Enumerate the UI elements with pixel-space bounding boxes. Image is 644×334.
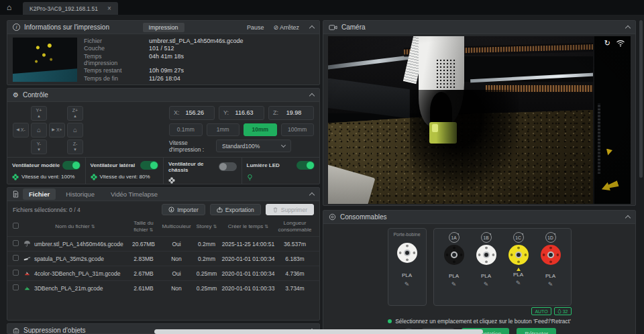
right-column: Caméra — [323, 20, 636, 334]
camera-icon — [329, 24, 337, 31]
file-thumbnail — [23, 270, 31, 276]
vertical-scrollbar[interactable] — [639, 20, 643, 178]
export-button[interactable]: Exportation — [210, 204, 261, 215]
column-created[interactable]: Créer le temps ⇅ — [221, 223, 276, 230]
file-name: umbrer.stl_PLA_14h50m46s.gcode — [34, 241, 123, 247]
printer-tab[interactable]: K2Pro-3AC9_192.168.1.51 × — [23, 2, 118, 15]
tab-historique[interactable]: Historique — [60, 188, 101, 200]
arrow-left-icon: ◀ — [16, 127, 19, 132]
tab-fichier[interactable]: Fichier — [23, 188, 56, 200]
side-fan-toggle[interactable] — [140, 161, 158, 170]
file-name: 4color-3DBench_PLA_31m.gcode — [34, 270, 121, 277]
table-row[interactable]: 3DBench_PLA_21m.gcode 2.61MB Non 0.25mm … — [7, 280, 319, 295]
collapse-camera-icon[interactable] — [625, 25, 631, 31]
slot-refresh-icon[interactable]: 1D — [545, 232, 556, 243]
slot-refresh-icon[interactable]: 1B — [481, 232, 492, 243]
model-fan-toggle[interactable] — [62, 161, 80, 170]
edit-pencil-icon[interactable]: ✎ — [451, 281, 457, 288]
jog-z-minus-button[interactable]: Z-▼ — [67, 140, 83, 154]
column-name[interactable]: Nom du fichier ⇅ — [23, 223, 127, 230]
row-checkbox[interactable] — [13, 270, 19, 276]
row-checkbox[interactable] — [13, 255, 19, 261]
home-icon: ⌂ — [73, 126, 77, 133]
step-size-group: 0.1mm 1mm 10mm 100mm — [169, 123, 314, 136]
jog-z-plus-button[interactable]: Z+▲ — [67, 106, 83, 121]
object-removal-icon — [13, 327, 19, 334]
file-length: 6.183m — [276, 256, 314, 262]
active-slot-marker — [517, 266, 521, 271]
filament-slot-1B[interactable]: 1B PLA ✎ — [474, 232, 498, 301]
chassis-fan-toggle[interactable] — [219, 162, 237, 171]
column-size[interactable]: Taille du fichier ⇅ — [127, 220, 160, 233]
camera-stream[interactable]: ↻ — [328, 36, 631, 204]
import-button[interactable]: Importer — [162, 204, 205, 215]
jog-y-minus-button[interactable]: Y-▼ — [31, 140, 47, 154]
print-info-panel: i Informations sur l'impression Impressi… — [7, 20, 320, 85]
home-icon[interactable]: ⌂ — [7, 3, 11, 12]
print-preview-bed — [13, 68, 77, 82]
arrow-up-icon: ▲ — [73, 114, 77, 119]
table-row[interactable]: 4color-3DBench_PLA_31m.gcode 2.67MB Oui … — [7, 266, 319, 280]
sort-icon: ⇅ — [264, 224, 268, 229]
file-name: spatula_PLA_35m2s.gcode — [34, 256, 104, 262]
horizontal-scrollbar[interactable] — [154, 329, 483, 334]
spool-holder-material: PLA — [402, 272, 412, 278]
main-area: i Informations sur l'impression Impressi… — [0, 15, 644, 334]
step-0.1mm-button[interactable]: 0.1mm — [169, 123, 203, 136]
refresh-stream-icon[interactable]: ↻ — [604, 40, 610, 47]
humidity-badge: 32 — [554, 307, 572, 315]
row-checkbox[interactable] — [13, 240, 19, 246]
arrow-right-icon: ▶ — [52, 127, 55, 132]
field-label: Temps d'impression — [84, 53, 124, 67]
home-z-button[interactable]: ⌂ — [67, 123, 83, 137]
filament-slot-1D[interactable]: 1D PLA ✎ — [539, 232, 563, 301]
jog-x-minus-button[interactable]: ◀X- — [13, 123, 29, 137]
column-storey[interactable]: Storey ⇅ — [193, 223, 221, 230]
spool-hub — [515, 252, 522, 258]
filament-slot-1A[interactable]: 1A PLA ✎ — [442, 232, 466, 301]
table-row[interactable]: umbrer.stl_PLA_14h50m46s.gcode 20.67MB O… — [7, 236, 319, 251]
file-size: 20.67MB — [127, 241, 160, 247]
auto-badge: AUTO — [531, 307, 551, 315]
slot-hint-text: Sélectionnez un emplacement et cliquez s… — [395, 318, 571, 325]
edit-pencil-icon[interactable]: ✎ — [484, 281, 489, 288]
y-position: Y:116.63 — [219, 106, 264, 120]
table-row[interactable]: spatula_PLA_35m2s.gcode 2.83MB Non 0.2mm… — [7, 251, 319, 266]
jog-x-plus-button[interactable]: ▶X+ — [49, 123, 65, 137]
collapse-print-info-icon[interactable] — [309, 25, 315, 31]
step-10mm-button[interactable]: 10mm — [244, 123, 277, 136]
spool-holder-box[interactable]: Porte-bobine PLA ✎ — [388, 228, 427, 306]
edit-pencil-icon[interactable]: ✎ — [405, 281, 410, 288]
print-speed-select[interactable]: Standard100% — [216, 140, 291, 152]
select-all-checkbox[interactable] — [13, 223, 19, 229]
camera-title: Caméra — [341, 23, 366, 31]
slot-material: PLA — [513, 272, 523, 278]
delete-button[interactable]: Supprimer — [266, 204, 314, 215]
file-thumbnail — [23, 285, 31, 291]
file-storey: 0.2mm — [193, 241, 221, 247]
edit-pencil-icon[interactable]: ✎ — [548, 281, 553, 288]
print-info-title: Informations sur l'impression — [24, 23, 109, 31]
retract-button[interactable]: Rétracter — [517, 328, 556, 334]
led-light-toggle[interactable] — [297, 161, 315, 170]
side-fan-cell: Ventilateur latéral Vitesse du vent: 80% — [86, 158, 164, 185]
edit-pencil-icon[interactable]: ✎ — [516, 280, 521, 286]
step-1mm-button[interactable]: 1mm — [207, 123, 240, 136]
stop-button[interactable]: ⊘Arrêtez — [273, 24, 299, 31]
step-100mm-button[interactable]: 100mm — [281, 123, 315, 136]
arrow-down-icon: ▼ — [37, 148, 41, 152]
slot-refresh-icon[interactable]: 1C — [513, 232, 524, 243]
pause-button[interactable]: Pause — [247, 24, 264, 31]
row-checkbox[interactable] — [13, 284, 19, 290]
tab-video-timelapse[interactable]: Vidéo Timelapse — [105, 188, 164, 200]
close-tab-icon[interactable]: × — [107, 5, 111, 12]
collapse-control-icon[interactable] — [309, 93, 315, 99]
camera-vignette — [328, 36, 631, 204]
collapse-consumables-icon[interactable] — [625, 215, 631, 221]
slot-refresh-icon[interactable]: 1A — [449, 232, 460, 243]
wifi-icon — [616, 40, 625, 47]
jog-y-plus-button[interactable]: Y+▲ — [31, 106, 47, 121]
filament-slot-1C[interactable]: 1C PLA ✎ — [506, 232, 531, 301]
collapse-files-icon[interactable] — [309, 192, 315, 198]
home-xy-button[interactable]: ⌂ — [31, 123, 47, 137]
